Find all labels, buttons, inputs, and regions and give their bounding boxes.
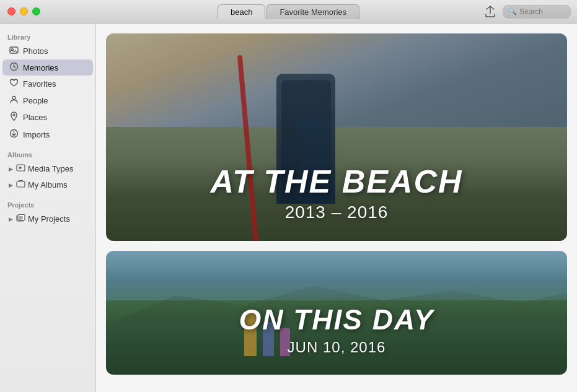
- search-icon: 🔍: [508, 7, 517, 15]
- tab-favorite-memories[interactable]: Favorite Memories: [266, 4, 359, 19]
- tab-bar: beach Favorite Memories: [218, 4, 359, 19]
- beach-subtitle: 2013 – 2016: [106, 203, 567, 222]
- my-albums-icon: [15, 180, 25, 190]
- main-layout: Library Photos Memories: [0, 24, 577, 392]
- sidebar-item-places[interactable]: Places: [2, 109, 93, 126]
- sidebar: Library Photos Memories: [0, 24, 96, 392]
- photos-icon: [9, 46, 19, 56]
- titlebar-actions: 🔍: [484, 5, 571, 19]
- favorites-icon: [9, 79, 19, 89]
- search-input[interactable]: [519, 7, 569, 16]
- titlebar: beach Favorite Memories 🔍: [0, 0, 577, 24]
- minimize-button[interactable]: [20, 7, 28, 15]
- share-button[interactable]: [484, 6, 496, 18]
- library-section-label: Library: [0, 30, 95, 43]
- maximize-button[interactable]: [32, 7, 40, 15]
- imports-icon: [9, 129, 19, 140]
- memory-card-beach[interactable]: AT THE BEACH 2013 – 2016: [106, 33, 567, 241]
- sidebar-item-favorites[interactable]: Favorites: [2, 76, 93, 92]
- my-projects-icon: [15, 214, 25, 224]
- memories-icon: [9, 62, 19, 73]
- traffic-lights: [7, 7, 40, 15]
- tab-memories[interactable]: beach: [218, 4, 265, 19]
- my-albums-chevron: ▶: [9, 182, 13, 188]
- memory-card-day[interactable]: ON THIS DAY JUN 10, 2016: [106, 251, 567, 375]
- media-types-icon: [15, 163, 25, 174]
- memories-content: AT THE BEACH 2013 – 2016 ON TH: [96, 24, 577, 392]
- beach-text: AT THE BEACH 2013 – 2016: [106, 163, 567, 241]
- search-bar[interactable]: 🔍: [503, 5, 571, 19]
- sidebar-item-imports[interactable]: Imports: [2, 126, 93, 142]
- sidebar-item-media-types[interactable]: ▶ Media Types: [2, 161, 93, 176]
- day-title: ON THIS DAY: [106, 303, 567, 336]
- sidebar-item-my-albums[interactable]: ▶ My Albums: [2, 177, 93, 193]
- close-button[interactable]: [7, 7, 15, 15]
- media-types-chevron: ▶: [9, 166, 13, 172]
- albums-section-label: Albums: [0, 147, 95, 160]
- svg-point-3: [13, 66, 14, 68]
- projects-section-label: Projects: [0, 198, 95, 211]
- beach-title: AT THE BEACH: [106, 163, 567, 200]
- svg-point-4: [12, 97, 15, 100]
- sidebar-item-people[interactable]: People: [2, 92, 93, 108]
- places-icon: [9, 111, 19, 123]
- sidebar-item-photos[interactable]: Photos: [2, 43, 93, 59]
- people-icon: [9, 95, 19, 106]
- svg-rect-8: [17, 181, 25, 187]
- day-text: ON THIS DAY JUN 10, 2016: [106, 303, 567, 375]
- day-subtitle: JUN 10, 2016: [106, 339, 567, 356]
- sidebar-item-memories[interactable]: Memories: [2, 59, 93, 76]
- svg-point-5: [13, 114, 15, 116]
- sidebar-item-my-projects[interactable]: ▶ My Projects: [2, 211, 93, 227]
- my-projects-chevron: ▶: [9, 216, 13, 222]
